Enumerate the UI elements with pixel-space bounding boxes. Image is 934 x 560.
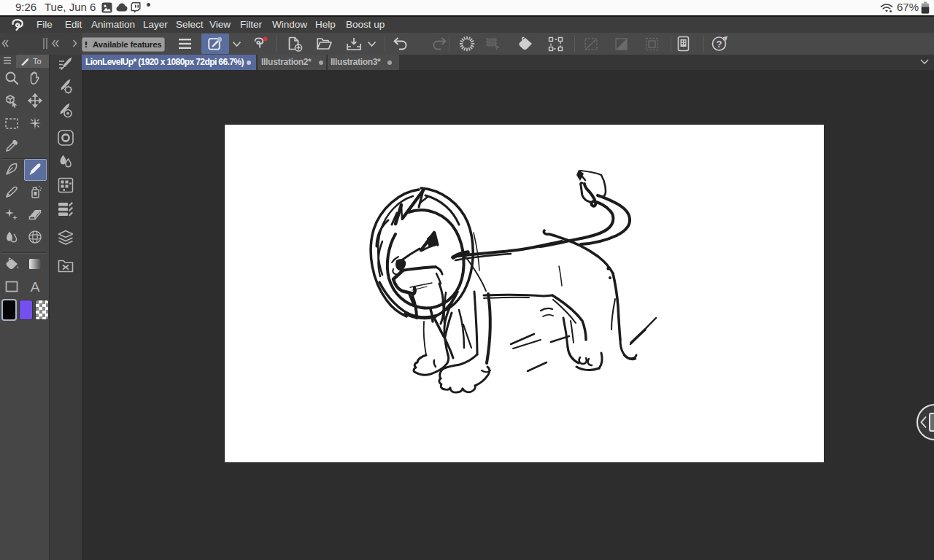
svg-text:A: A	[31, 279, 40, 294]
svg-text:?: ?	[717, 39, 722, 50]
